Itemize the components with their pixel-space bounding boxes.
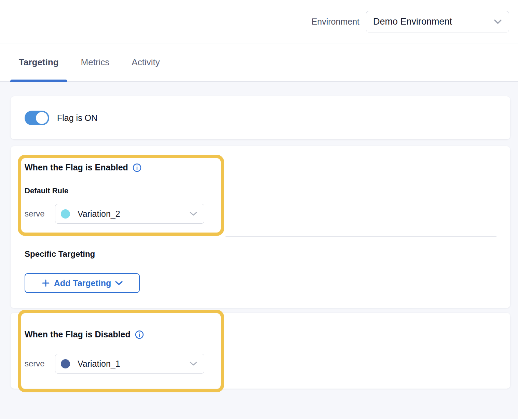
tab-bar: Targeting Metrics Activity bbox=[0, 43, 518, 82]
add-targeting-label: Add Targeting bbox=[54, 278, 111, 288]
chevron-down-icon bbox=[190, 212, 197, 216]
tab-targeting[interactable]: Targeting bbox=[10, 43, 67, 81]
flag-toggle-knob bbox=[36, 112, 48, 124]
flag-disabled-card: When the Flag is Disabled serve Variatio… bbox=[11, 313, 510, 389]
tab-metrics-label: Metrics bbox=[81, 57, 110, 68]
active-tab-indicator bbox=[10, 80, 67, 82]
enabled-variation-dropdown[interactable]: Variation_2 bbox=[55, 204, 204, 224]
disabled-variation-dropdown[interactable]: Variation_1 bbox=[55, 354, 204, 374]
flag-toggle[interactable] bbox=[25, 111, 49, 125]
info-icon[interactable] bbox=[133, 163, 141, 172]
environment-label: Environment bbox=[312, 17, 359, 27]
tab-metrics[interactable]: Metrics bbox=[72, 43, 118, 81]
default-rule-label: Default Rule bbox=[25, 186, 217, 195]
tab-activity-label: Activity bbox=[132, 57, 160, 68]
tab-activity[interactable]: Activity bbox=[123, 43, 168, 81]
serve-label: serve bbox=[25, 209, 44, 219]
disabled-section-title: When the Flag is Disabled bbox=[25, 330, 131, 339]
info-icon[interactable] bbox=[135, 330, 144, 339]
variation-2-color-dot bbox=[61, 209, 70, 219]
environment-dropdown-value: Demo Environment bbox=[373, 16, 452, 27]
serve-label: serve bbox=[25, 359, 44, 368]
page-header: Environment Demo Environment bbox=[0, 0, 518, 43]
plus-icon bbox=[42, 279, 50, 287]
add-targeting-button[interactable]: Add Targeting bbox=[25, 273, 140, 293]
disabled-variation-value: Variation_1 bbox=[78, 359, 190, 369]
disabled-highlight-box: When the Flag is Disabled serve Variatio… bbox=[18, 310, 224, 392]
enabled-section-title: When the Flag is Enabled bbox=[25, 163, 128, 172]
flag-status-label: Flag is ON bbox=[57, 113, 97, 123]
chevron-down-icon bbox=[190, 362, 197, 366]
enabled-variation-value: Variation_2 bbox=[78, 209, 190, 219]
environment-dropdown[interactable]: Demo Environment bbox=[366, 11, 509, 32]
chevron-down-icon bbox=[115, 281, 123, 285]
variation-1-color-dot bbox=[61, 359, 70, 368]
flag-status-card: Flag is ON bbox=[11, 96, 510, 139]
specific-targeting-title: Specific Targeting bbox=[25, 249, 95, 259]
targeting-panel: Flag is ON When the Flag is Enabled Defa… bbox=[0, 82, 518, 419]
chevron-down-icon bbox=[494, 19, 502, 24]
enabled-highlight-box: When the Flag is Enabled Default Rule se… bbox=[18, 155, 224, 236]
section-divider bbox=[226, 236, 496, 237]
flag-enabled-card: When the Flag is Enabled Default Rule se… bbox=[11, 146, 510, 308]
tab-targeting-label: Targeting bbox=[19, 57, 59, 68]
